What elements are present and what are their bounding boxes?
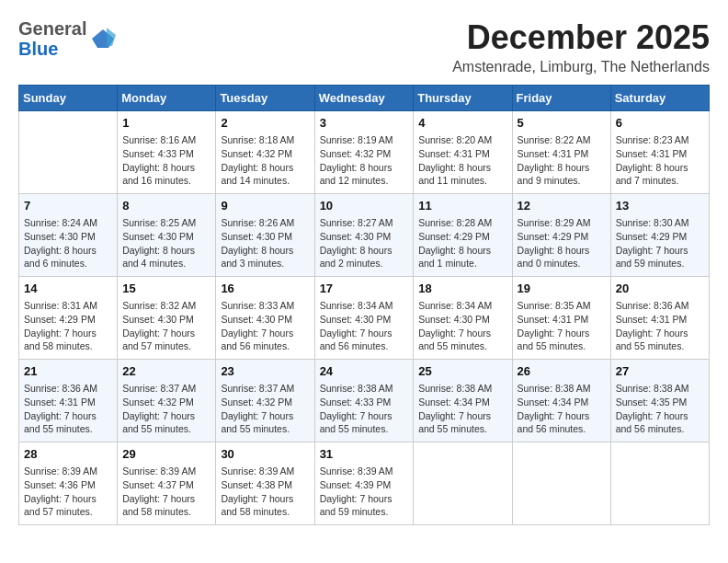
logo-icon (90, 26, 116, 52)
day-info: Sunrise: 8:39 AM Sunset: 4:37 PM Dayligh… (122, 465, 210, 519)
calendar-week-5: 28Sunrise: 8:39 AM Sunset: 4:36 PM Dayli… (19, 442, 710, 525)
day-number: 6 (616, 115, 704, 132)
day-number: 30 (221, 446, 309, 463)
day-number: 27 (616, 363, 704, 380)
day-number: 10 (320, 198, 409, 214)
day-number: 23 (221, 363, 309, 380)
day-number: 13 (616, 198, 704, 214)
day-info: Sunrise: 8:26 AM Sunset: 4:30 PM Dayligh… (221, 216, 309, 270)
day-info: Sunrise: 8:35 AM Sunset: 4:31 PM Dayligh… (518, 299, 606, 353)
logo-blue: Blue (18, 39, 86, 59)
calendar-cell: 9Sunrise: 8:26 AM Sunset: 4:30 PM Daylig… (216, 194, 314, 277)
calendar-week-3: 14Sunrise: 8:31 AM Sunset: 4:29 PM Dayli… (19, 277, 710, 360)
header-tuesday: Tuesday (216, 86, 314, 111)
day-number: 24 (320, 363, 409, 380)
day-info: Sunrise: 8:19 AM Sunset: 4:32 PM Dayligh… (320, 133, 409, 188)
day-number: 1 (122, 115, 210, 132)
day-info: Sunrise: 8:38 AM Sunset: 4:33 PM Dayligh… (320, 382, 409, 436)
header-friday: Friday (512, 86, 610, 111)
day-number: 28 (24, 446, 112, 463)
day-info: Sunrise: 8:29 AM Sunset: 4:29 PM Dayligh… (518, 216, 606, 270)
day-number: 19 (518, 281, 606, 297)
calendar-cell: 27Sunrise: 8:38 AM Sunset: 4:35 PM Dayli… (610, 360, 709, 442)
day-number: 14 (24, 281, 112, 297)
calendar-cell: 6Sunrise: 8:23 AM Sunset: 4:31 PM Daylig… (610, 111, 709, 194)
calendar-week-2: 7Sunrise: 8:24 AM Sunset: 4:30 PM Daylig… (19, 194, 710, 277)
calendar-cell: 2Sunrise: 8:18 AM Sunset: 4:32 PM Daylig… (216, 111, 314, 194)
day-number: 4 (418, 115, 506, 132)
day-number: 16 (221, 281, 309, 297)
svg-marker-1 (107, 28, 116, 46)
calendar-cell: 26Sunrise: 8:38 AM Sunset: 4:34 PM Dayli… (512, 360, 610, 442)
day-number: 7 (24, 198, 112, 214)
day-info: Sunrise: 8:34 AM Sunset: 4:30 PM Dayligh… (418, 299, 506, 353)
day-info: Sunrise: 8:20 AM Sunset: 4:31 PM Dayligh… (418, 133, 506, 188)
day-info: Sunrise: 8:38 AM Sunset: 4:34 PM Dayligh… (518, 382, 606, 436)
header-saturday: Saturday (610, 86, 709, 111)
day-info: Sunrise: 8:39 AM Sunset: 4:39 PM Dayligh… (320, 465, 409, 519)
day-number: 17 (320, 281, 409, 297)
calendar-cell: 1Sunrise: 8:16 AM Sunset: 4:33 PM Daylig… (118, 111, 216, 194)
calendar-cell: 21Sunrise: 8:36 AM Sunset: 4:31 PM Dayli… (19, 360, 118, 442)
header-sunday: Sunday (19, 86, 118, 111)
calendar-cell: 7Sunrise: 8:24 AM Sunset: 4:30 PM Daylig… (19, 194, 118, 277)
calendar-cell: 24Sunrise: 8:38 AM Sunset: 4:33 PM Dayli… (314, 360, 414, 442)
day-info: Sunrise: 8:16 AM Sunset: 4:33 PM Dayligh… (122, 133, 210, 188)
day-info: Sunrise: 8:30 AM Sunset: 4:29 PM Dayligh… (616, 216, 704, 270)
calendar-week-1: 1Sunrise: 8:16 AM Sunset: 4:33 PM Daylig… (19, 111, 710, 194)
day-number: 15 (122, 281, 210, 297)
month-title: December 2025 (452, 18, 710, 57)
logo-general: General (18, 18, 86, 39)
day-info: Sunrise: 8:28 AM Sunset: 4:29 PM Dayligh… (418, 216, 506, 270)
day-number: 20 (616, 281, 704, 297)
day-info: Sunrise: 8:32 AM Sunset: 4:30 PM Dayligh… (122, 299, 210, 353)
calendar-week-4: 21Sunrise: 8:36 AM Sunset: 4:31 PM Dayli… (19, 360, 710, 442)
calendar-cell: 19Sunrise: 8:35 AM Sunset: 4:31 PM Dayli… (512, 277, 610, 360)
day-number: 9 (221, 198, 309, 214)
calendar-cell: 13Sunrise: 8:30 AM Sunset: 4:29 PM Dayli… (610, 194, 709, 277)
day-info: Sunrise: 8:38 AM Sunset: 4:34 PM Dayligh… (418, 382, 506, 436)
calendar-body: 1Sunrise: 8:16 AM Sunset: 4:33 PM Daylig… (19, 111, 710, 525)
day-info: Sunrise: 8:37 AM Sunset: 4:32 PM Dayligh… (122, 382, 210, 436)
calendar-cell: 15Sunrise: 8:32 AM Sunset: 4:30 PM Dayli… (118, 277, 216, 360)
location-subtitle: Amstenrade, Limburg, The Netherlands (452, 59, 710, 75)
calendar-cell (414, 442, 512, 525)
header-wednesday: Wednesday (314, 86, 414, 111)
day-info: Sunrise: 8:33 AM Sunset: 4:30 PM Dayligh… (221, 299, 309, 353)
day-number: 22 (122, 363, 210, 380)
calendar-cell (610, 442, 709, 525)
day-number: 29 (122, 446, 210, 463)
title-area: December 2025 Amstenrade, Limburg, The N… (452, 18, 710, 75)
calendar-cell: 23Sunrise: 8:37 AM Sunset: 4:32 PM Dayli… (216, 360, 314, 442)
calendar-cell: 20Sunrise: 8:36 AM Sunset: 4:31 PM Dayli… (610, 277, 709, 360)
calendar-cell: 5Sunrise: 8:22 AM Sunset: 4:31 PM Daylig… (512, 111, 610, 194)
header-monday: Monday (118, 86, 216, 111)
day-number: 8 (122, 198, 210, 214)
calendar-cell: 25Sunrise: 8:38 AM Sunset: 4:34 PM Dayli… (414, 360, 512, 442)
calendar-cell: 31Sunrise: 8:39 AM Sunset: 4:39 PM Dayli… (314, 442, 414, 525)
day-info: Sunrise: 8:38 AM Sunset: 4:35 PM Dayligh… (616, 382, 704, 436)
calendar-header-row: SundayMondayTuesdayWednesdayThursdayFrid… (19, 86, 710, 111)
calendar-cell: 17Sunrise: 8:34 AM Sunset: 4:30 PM Dayli… (314, 277, 414, 360)
day-number: 3 (320, 115, 409, 132)
calendar-table: SundayMondayTuesdayWednesdayThursdayFrid… (18, 85, 710, 525)
calendar-cell: 11Sunrise: 8:28 AM Sunset: 4:29 PM Dayli… (414, 194, 512, 277)
day-number: 12 (518, 198, 606, 214)
day-info: Sunrise: 8:39 AM Sunset: 4:38 PM Dayligh… (221, 465, 309, 519)
day-number: 21 (24, 363, 112, 380)
day-info: Sunrise: 8:39 AM Sunset: 4:36 PM Dayligh… (24, 465, 112, 519)
header: General Blue December 2025 Amstenrade, L… (18, 18, 710, 75)
day-number: 26 (518, 363, 606, 380)
day-info: Sunrise: 8:36 AM Sunset: 4:31 PM Dayligh… (24, 382, 112, 436)
day-number: 2 (221, 115, 309, 132)
day-info: Sunrise: 8:37 AM Sunset: 4:32 PM Dayligh… (221, 382, 309, 436)
day-info: Sunrise: 8:22 AM Sunset: 4:31 PM Dayligh… (518, 133, 606, 188)
day-info: Sunrise: 8:25 AM Sunset: 4:30 PM Dayligh… (122, 216, 210, 270)
day-number: 31 (320, 446, 409, 463)
calendar-cell: 16Sunrise: 8:33 AM Sunset: 4:30 PM Dayli… (216, 277, 314, 360)
calendar-cell: 28Sunrise: 8:39 AM Sunset: 4:36 PM Dayli… (19, 442, 118, 525)
day-number: 18 (418, 281, 506, 297)
day-info: Sunrise: 8:34 AM Sunset: 4:30 PM Dayligh… (320, 299, 409, 353)
day-info: Sunrise: 8:24 AM Sunset: 4:30 PM Dayligh… (24, 216, 112, 270)
day-number: 25 (418, 363, 506, 380)
